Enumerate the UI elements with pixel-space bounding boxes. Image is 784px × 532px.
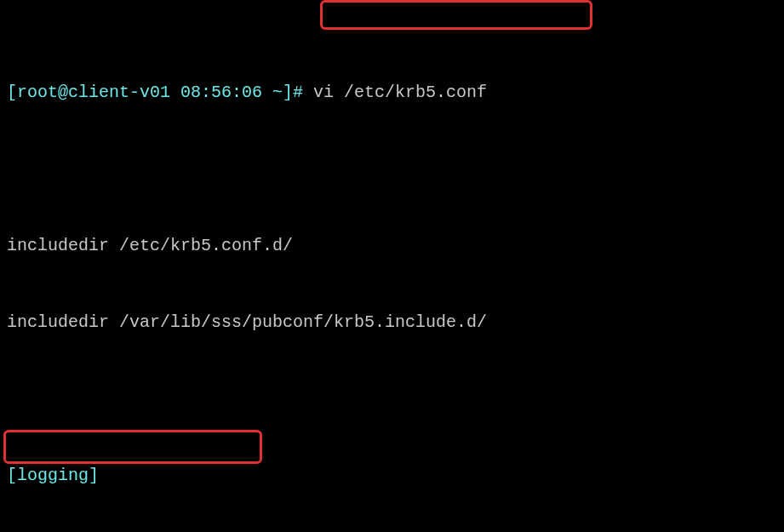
prompt-line: [root@client-v01 08:56:06 ~]# vi /etc/kr… xyxy=(7,80,777,106)
file-line xyxy=(7,157,777,182)
file-line: includedir /var/lib/sss/pubconf/krb5.inc… xyxy=(7,310,777,335)
shell-command: vi /etc/krb5.conf xyxy=(303,83,487,102)
section-header-logging: [logging] xyxy=(7,463,777,489)
file-line xyxy=(7,386,777,412)
terminal-window[interactable]: [root@client-v01 08:56:06 ~]# vi /etc/kr… xyxy=(0,0,784,532)
annotation-box-command xyxy=(320,0,592,30)
file-line: includedir /etc/krb5.conf.d/ xyxy=(7,233,777,259)
shell-prompt: [root@client-v01 08:56:06 ~]# xyxy=(7,83,303,102)
annotation-box-renew-lifetime xyxy=(3,430,262,464)
